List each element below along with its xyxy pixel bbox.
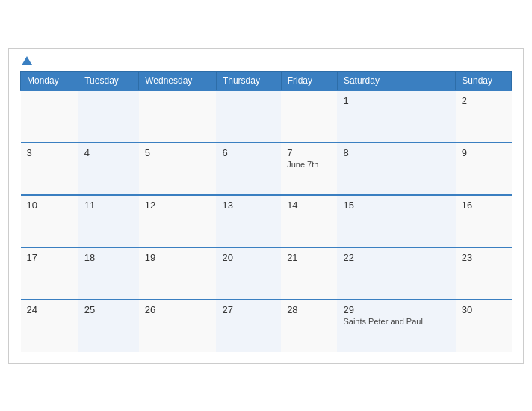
col-header-monday: Monday bbox=[21, 71, 78, 90]
day-number: 24 bbox=[27, 304, 72, 315]
day-cell: 3 bbox=[21, 143, 78, 195]
day-number: 20 bbox=[222, 252, 275, 263]
day-cell: 16 bbox=[456, 195, 512, 247]
day-number: 19 bbox=[145, 252, 211, 263]
day-number: 3 bbox=[27, 147, 72, 158]
day-cell: 2 bbox=[456, 90, 512, 143]
day-number: 25 bbox=[84, 304, 133, 315]
day-number: 12 bbox=[145, 200, 211, 211]
col-header-wednesday: Wednesday bbox=[139, 71, 217, 90]
day-number: 28 bbox=[287, 304, 331, 315]
col-header-thursday: Thursday bbox=[216, 71, 281, 90]
day-cell: 26 bbox=[139, 300, 217, 352]
day-number: 27 bbox=[222, 304, 275, 315]
week-row-2: 34567June 7th89 bbox=[21, 143, 512, 195]
day-cell: 11 bbox=[78, 195, 139, 247]
calendar-header bbox=[20, 56, 512, 65]
day-cell: 1 bbox=[337, 90, 455, 143]
day-cell: 21 bbox=[281, 247, 337, 300]
day-cell: 27 bbox=[216, 300, 281, 352]
day-number: 21 bbox=[287, 252, 331, 263]
day-number: 14 bbox=[287, 200, 331, 211]
day-cell bbox=[78, 90, 139, 143]
day-number: 22 bbox=[343, 252, 449, 263]
day-cell bbox=[139, 90, 217, 143]
week-row-3: 10111213141516 bbox=[21, 195, 512, 247]
day-cell: 17 bbox=[21, 247, 78, 300]
day-number: 9 bbox=[462, 147, 506, 158]
day-cell: 18 bbox=[78, 247, 139, 300]
day-event: June 7th bbox=[287, 160, 331, 169]
day-cell bbox=[21, 90, 78, 143]
col-header-friday: Friday bbox=[281, 71, 337, 90]
day-number: 29 bbox=[343, 304, 449, 315]
day-cell: 13 bbox=[216, 195, 281, 247]
col-header-saturday: Saturday bbox=[337, 71, 455, 90]
day-cell: 8 bbox=[337, 143, 455, 195]
day-cell: 20 bbox=[216, 247, 281, 300]
day-cell: 30 bbox=[456, 300, 512, 352]
calendar-container: MondayTuesdayWednesdayThursdayFridaySatu… bbox=[8, 48, 524, 364]
calendar-header-row: MondayTuesdayWednesdayThursdayFridaySatu… bbox=[21, 71, 512, 90]
day-cell: 28 bbox=[281, 300, 337, 352]
day-cell: 25 bbox=[78, 300, 139, 352]
day-cell: 24 bbox=[21, 300, 78, 352]
day-number: 8 bbox=[343, 147, 449, 158]
day-number: 16 bbox=[462, 200, 506, 211]
day-number: 4 bbox=[84, 147, 133, 158]
week-row-5: 242526272829Saints Peter and Paul30 bbox=[21, 300, 512, 352]
week-row-4: 17181920212223 bbox=[21, 247, 512, 300]
day-number: 13 bbox=[222, 200, 275, 211]
day-cell bbox=[216, 90, 281, 143]
day-cell: 14 bbox=[281, 195, 337, 247]
day-cell: 4 bbox=[78, 143, 139, 195]
day-cell: 15 bbox=[337, 195, 455, 247]
day-cell: 6 bbox=[216, 143, 281, 195]
day-cell: 7June 7th bbox=[281, 143, 337, 195]
day-number: 15 bbox=[343, 200, 449, 211]
day-cell: 10 bbox=[21, 195, 78, 247]
day-number: 17 bbox=[27, 252, 72, 263]
day-number: 6 bbox=[222, 147, 275, 158]
day-number: 23 bbox=[462, 252, 506, 263]
col-header-tuesday: Tuesday bbox=[78, 71, 139, 90]
day-cell: 9 bbox=[456, 143, 512, 195]
day-number: 10 bbox=[27, 200, 72, 211]
day-event: Saints Peter and Paul bbox=[343, 317, 449, 326]
day-cell bbox=[281, 90, 337, 143]
day-number: 30 bbox=[462, 304, 506, 315]
day-cell: 29Saints Peter and Paul bbox=[337, 300, 455, 352]
day-number: 18 bbox=[84, 252, 133, 263]
calendar-table: MondayTuesdayWednesdayThursdayFridaySatu… bbox=[20, 71, 512, 352]
day-cell: 22 bbox=[337, 247, 455, 300]
day-cell: 5 bbox=[139, 143, 217, 195]
day-cell: 19 bbox=[139, 247, 217, 300]
logo bbox=[20, 56, 34, 65]
day-cell: 23 bbox=[456, 247, 512, 300]
col-header-sunday: Sunday bbox=[456, 71, 512, 90]
day-number: 26 bbox=[145, 304, 211, 315]
day-number: 11 bbox=[84, 200, 133, 211]
week-row-1: 12 bbox=[21, 90, 512, 143]
day-number: 5 bbox=[145, 147, 211, 158]
logo-triangle-icon bbox=[22, 56, 32, 65]
day-number: 7 bbox=[287, 147, 331, 158]
day-number: 1 bbox=[343, 95, 449, 106]
day-number: 2 bbox=[462, 95, 506, 106]
day-cell: 12 bbox=[139, 195, 217, 247]
